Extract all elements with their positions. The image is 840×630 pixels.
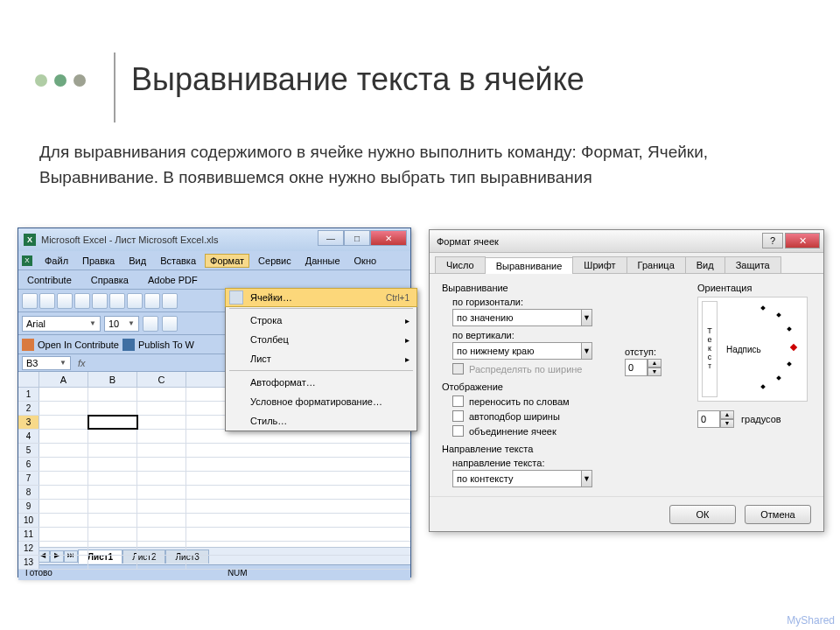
tab-protection[interactable]: Защита — [724, 256, 781, 273]
cell[interactable] — [39, 444, 88, 457]
cell[interactable] — [137, 528, 186, 541]
col-header-A[interactable]: A — [39, 372, 88, 387]
cell[interactable] — [88, 388, 137, 401]
cell[interactable] — [137, 444, 186, 457]
paste-icon[interactable] — [162, 293, 178, 309]
cell[interactable] — [88, 486, 137, 499]
dialog-close-button[interactable]: ✕ — [785, 233, 820, 248]
row-header[interactable]: 6 — [18, 458, 39, 471]
cancel-button[interactable]: Отмена — [745, 505, 811, 524]
cell[interactable] — [39, 430, 88, 443]
cell[interactable] — [39, 542, 88, 555]
cell[interactable] — [39, 514, 88, 527]
menu-window[interactable]: Окно — [349, 254, 382, 268]
fontsize-selector[interactable]: 10▼ — [104, 316, 139, 332]
orientation-control[interactable]: Текст Надпись — [697, 297, 808, 402]
cell[interactable] — [39, 472, 88, 485]
menu-item-conditional[interactable]: Условное форматирование… — [226, 392, 416, 411]
cell[interactable] — [137, 486, 186, 499]
cell[interactable] — [39, 556, 88, 569]
col-header-B[interactable]: B — [88, 372, 137, 387]
save-icon[interactable] — [57, 293, 73, 309]
dialog-help-button[interactable]: ? — [762, 233, 783, 248]
cell[interactable] — [88, 500, 137, 513]
orientation-dial[interactable]: Надпись — [723, 301, 803, 397]
row-header[interactable]: 2 — [18, 402, 39, 415]
cell[interactable] — [137, 500, 186, 513]
open-contribute-button[interactable]: Open In Contribute — [38, 340, 119, 350]
tab-border[interactable]: Граница — [626, 256, 686, 273]
table-row[interactable]: 5 — [18, 444, 410, 458]
row-header[interactable]: 7 — [18, 472, 39, 485]
cell[interactable] — [137, 542, 186, 555]
vertical-combo[interactable]: ▼ — [452, 342, 592, 360]
font-selector[interactable]: Arial▼ — [22, 316, 101, 332]
tab-font[interactable]: Шрифт — [572, 256, 626, 273]
autofit-checkbox[interactable] — [452, 410, 464, 422]
merge-checkbox-row[interactable]: объединение ячеек — [452, 425, 687, 437]
menu-data[interactable]: Данные — [300, 254, 346, 268]
cell[interactable] — [39, 458, 88, 471]
table-row[interactable]: 7 — [18, 472, 410, 486]
name-box[interactable]: B3▼ — [22, 356, 71, 370]
cell[interactable] — [137, 388, 186, 401]
menu-item-row[interactable]: Строка▸ — [226, 311, 416, 330]
cell[interactable] — [137, 430, 186, 443]
cell[interactable] — [88, 458, 137, 471]
cell[interactable] — [39, 416, 88, 429]
direction-combo[interactable]: ▼ — [452, 470, 592, 487]
table-row[interactable]: 12 — [18, 542, 410, 556]
minimize-button[interactable]: — — [318, 230, 344, 246]
bold-icon[interactable] — [143, 316, 158, 332]
close-button[interactable]: ✕ — [370, 230, 407, 246]
cell[interactable] — [88, 444, 137, 457]
menu-contribute[interactable]: Contribute — [22, 273, 77, 287]
fx-icon[interactable]: fx — [78, 358, 86, 368]
menu-file[interactable]: Файл — [39, 254, 74, 268]
italic-icon[interactable] — [162, 316, 178, 332]
table-row[interactable]: 10 — [18, 514, 410, 528]
spinner-up-icon[interactable]: ▲ — [648, 359, 662, 368]
cell[interactable] — [39, 388, 88, 401]
orientation-vertical-text[interactable]: Текст — [702, 301, 718, 397]
row-header[interactable]: 13 — [18, 556, 39, 569]
cell[interactable] — [137, 458, 186, 471]
col-header-C[interactable]: C — [137, 372, 186, 387]
cell[interactable] — [137, 556, 186, 569]
select-all-corner[interactable] — [18, 372, 39, 387]
cell[interactable] — [88, 402, 137, 415]
menu-view[interactable]: Вид — [123, 254, 151, 268]
cell[interactable] — [88, 416, 137, 429]
menu-item-column[interactable]: Столбец▸ — [226, 330, 416, 349]
table-row[interactable]: 9 — [18, 500, 410, 514]
menu-item-sheet[interactable]: Лист▸ — [226, 349, 416, 368]
row-header[interactable]: 10 — [18, 514, 39, 527]
cut-icon[interactable] — [127, 293, 143, 309]
tab-number[interactable]: Число — [435, 256, 486, 273]
wrap-checkbox-row[interactable]: переносить по словам — [452, 396, 687, 407]
indent-spinner[interactable]: ▲ ▼ — [625, 359, 663, 376]
menu-format[interactable]: Формат — [205, 254, 249, 268]
menu-help[interactable]: Справка — [86, 273, 134, 287]
menu-item-cells[interactable]: Ячейки… Ctrl+1 — [225, 288, 417, 307]
print-icon[interactable] — [74, 293, 90, 309]
spinner-up-icon[interactable]: ▲ — [720, 410, 734, 419]
chevron-down-icon[interactable]: ▼ — [582, 342, 592, 360]
row-header[interactable]: 12 — [18, 542, 39, 555]
cell[interactable] — [137, 402, 186, 415]
row-header[interactable]: 3 — [18, 416, 39, 429]
cell[interactable] — [39, 528, 88, 541]
spinner-down-icon[interactable]: ▼ — [720, 419, 734, 428]
horizontal-combo[interactable]: ▼ — [452, 309, 592, 326]
wrap-checkbox[interactable] — [452, 396, 464, 407]
spinner-down-icon[interactable]: ▼ — [648, 368, 662, 376]
menu-item-autoformat[interactable]: Автоформат… — [226, 373, 416, 392]
cell[interactable] — [39, 486, 88, 499]
cell[interactable] — [39, 402, 88, 415]
menu-edit[interactable]: Правка — [77, 254, 120, 268]
row-header[interactable]: 11 — [18, 528, 39, 541]
table-row[interactable]: 8 — [18, 486, 410, 500]
cell[interactable] — [39, 500, 88, 513]
menu-insert[interactable]: Вставка — [155, 254, 201, 268]
preview-icon[interactable] — [92, 293, 108, 309]
